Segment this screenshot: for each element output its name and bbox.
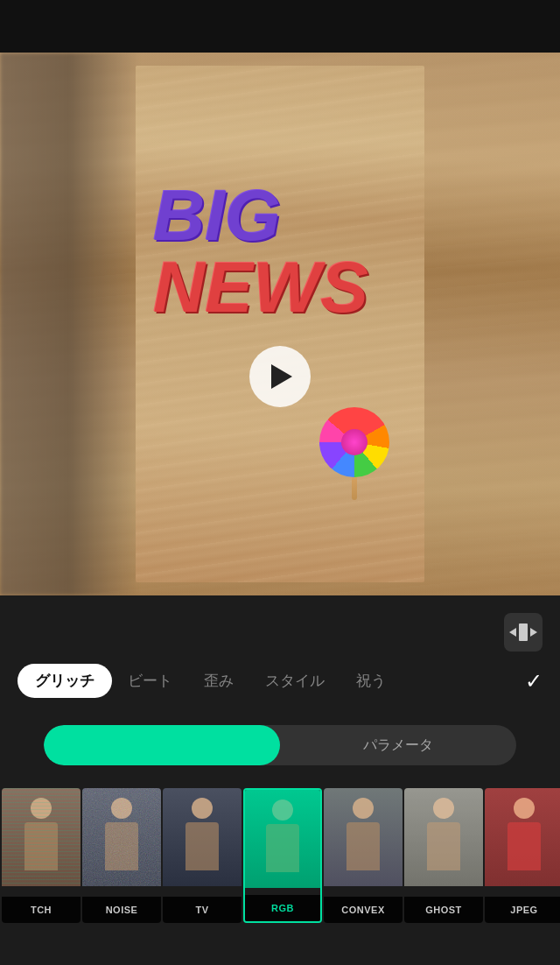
tab-distort[interactable]: 歪み	[188, 664, 249, 698]
compare-bar	[519, 623, 528, 641]
film-cell-rgb[interactable]: RGB	[243, 788, 322, 923]
lollipop-stick	[352, 477, 357, 500]
film-img-tch	[2, 788, 80, 886]
play-icon	[271, 364, 292, 389]
overlay-text: BIG NEWS	[153, 180, 368, 323]
bottom-panel: グリッチ ビート 歪み スタイル 祝う ✓ パラメータ TCH	[0, 595, 560, 965]
glitch-overlay-tch	[2, 788, 80, 886]
person-body-rgb	[266, 824, 299, 872]
play-button[interactable]	[249, 346, 311, 407]
person-bg-jpeg	[485, 788, 560, 886]
tab-celebrate[interactable]: 祝う	[340, 664, 402, 698]
lollipop-sticker	[319, 407, 389, 495]
film-strip: TCH NOISE	[0, 788, 560, 928]
tab-style[interactable]: スタイル	[249, 664, 340, 698]
film-label-tch: TCH	[2, 897, 80, 923]
person-shape-tv	[180, 798, 224, 877]
toggle-params-button[interactable]: パラメータ	[280, 725, 516, 765]
film-label-ghost: GHOST	[404, 897, 483, 923]
film-cell-tv[interactable]: TV	[163, 788, 242, 923]
person-head-jpeg	[514, 798, 535, 819]
person-shape-convex	[341, 798, 385, 877]
film-label-noise: NOISE	[82, 897, 161, 923]
film-img-noise	[82, 788, 161, 886]
film-img-ghost	[404, 788, 483, 886]
person-body-tv	[186, 822, 219, 870]
film-img-jpeg	[485, 788, 560, 886]
film-label-rgb: RGB	[245, 895, 320, 921]
toggle-bar: パラメータ	[44, 725, 516, 765]
person-body-jpeg	[508, 822, 541, 870]
film-cell-jpeg[interactable]: JPEG	[485, 788, 560, 923]
person-head-convex	[353, 798, 374, 819]
film-img-rgb	[245, 790, 320, 888]
video-preview: BIG NEWS	[0, 53, 560, 595]
ghost-overlay	[404, 788, 483, 886]
film-img-tv	[163, 788, 242, 886]
tab-bar: グリッチ ビート 歪み スタイル 祝う ✓	[18, 664, 542, 698]
toggle-effect-button[interactable]	[44, 725, 280, 765]
tab-glitch[interactable]: グリッチ	[18, 664, 112, 698]
person-shape-rgb	[261, 799, 304, 878]
top-bar	[0, 0, 560, 53]
film-label-tv: TV	[163, 897, 242, 923]
arrow-right-icon	[530, 628, 537, 637]
big-text: BIG	[153, 180, 368, 251]
person-head-tv	[192, 798, 213, 819]
video-inner: BIG NEWS	[136, 66, 424, 582]
lollipop-inner	[341, 429, 368, 455]
person-bg-convex	[324, 788, 402, 886]
film-cell-tch[interactable]: TCH	[2, 788, 80, 923]
news-text: NEWS	[153, 251, 368, 323]
lollipop-circle	[319, 407, 389, 477]
side-person-left	[0, 53, 140, 595]
film-cell-ghost[interactable]: GHOST	[404, 788, 483, 923]
film-cell-noise[interactable]: NOISE	[82, 788, 161, 923]
film-label-convex: CONVEX	[324, 897, 402, 923]
film-img-convex	[324, 788, 402, 886]
film-label-jpeg: JPEG	[485, 897, 560, 923]
arrow-left-icon	[509, 628, 516, 637]
person-bg-tv	[163, 788, 242, 886]
person-body-convex	[346, 822, 380, 870]
confirm-button[interactable]: ✓	[525, 669, 542, 694]
compare-icon	[509, 623, 537, 641]
person-shape-jpeg	[502, 798, 546, 877]
noise-overlay	[82, 788, 161, 886]
person-bg-rgb	[245, 790, 320, 888]
film-cell-convex[interactable]: CONVEX	[324, 788, 402, 923]
person-head-rgb	[272, 799, 293, 821]
compare-button[interactable]	[504, 613, 542, 652]
tab-beat[interactable]: ビート	[112, 664, 188, 698]
